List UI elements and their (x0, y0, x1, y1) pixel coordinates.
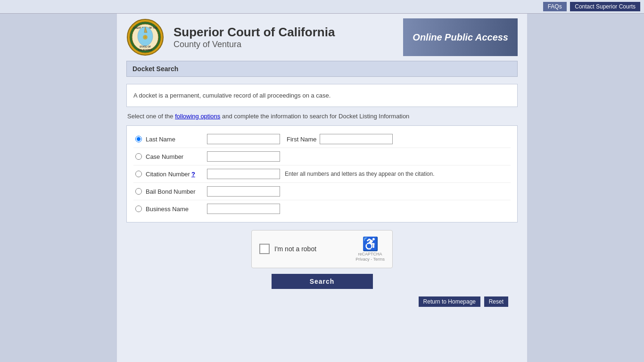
bail-bond-input[interactable] (207, 186, 280, 197)
search-form-box: Last Name First Name Case Number Citatio… (126, 125, 518, 222)
instructions-text: Select one of the following options and … (126, 113, 518, 120)
court-title-block: Superior Court of California County of V… (173, 25, 403, 49)
first-name-label: First Name (287, 136, 317, 143)
main-wrapper: GREAT SEAL OF THE STATE OF CALIFORNIA ★ … (117, 14, 527, 362)
case-number-row: Case Number (133, 148, 511, 165)
business-name-input[interactable] (207, 204, 280, 214)
case-number-label: Case Number (146, 153, 207, 160)
captcha-checkbox-area[interactable]: I'm not a robot (259, 244, 316, 254)
faqs-link[interactable]: FAQs (543, 2, 567, 11)
last-name-radio[interactable] (135, 136, 142, 142)
contact-link[interactable]: Contact Superior Courts (570, 2, 640, 11)
bail-bond-label: Bail Bond Number (146, 188, 207, 195)
citation-number-row: Citation Number? Enter all numbers and l… (133, 165, 511, 183)
case-number-input[interactable] (207, 151, 280, 162)
section-title: Docket Search (126, 61, 518, 77)
search-button[interactable]: Search (272, 274, 373, 289)
citation-help-link[interactable]: ? (191, 171, 195, 178)
court-county: County of Ventura (173, 40, 403, 49)
case-number-radio[interactable] (135, 153, 142, 160)
info-text: A docket is a permanent, cumulative reco… (133, 92, 330, 99)
captcha-label: I'm not a robot (274, 245, 316, 253)
access-banner: Online Public Access (403, 18, 518, 56)
first-name-input[interactable] (320, 134, 393, 144)
court-name: Superior Court of California (173, 25, 403, 40)
citation-number-input[interactable] (207, 169, 280, 179)
captcha-checkbox[interactable] (259, 244, 270, 254)
last-name-label: Last Name (146, 136, 207, 143)
captcha-box[interactable]: I'm not a robot ♿ reCAPTCHA Privacy - Te… (251, 230, 393, 268)
search-button-area: Search (126, 274, 518, 289)
instructions-static2: and complete the information to search f… (220, 113, 409, 120)
last-name-row: Last Name First Name (133, 131, 511, 148)
return-home-link[interactable]: Return to Homepage (419, 296, 480, 307)
instructions-static: Select one of the (127, 113, 175, 120)
captcha-brand: reCAPTCHA (358, 252, 382, 257)
citation-hint: Enter all numbers and letters as they ap… (285, 171, 435, 177)
top-navigation-bar: FAQs Contact Superior Courts (0, 0, 644, 14)
page-header: GREAT SEAL OF THE STATE OF CALIFORNIA ★ … (117, 14, 527, 61)
business-name-row: Business Name (133, 200, 511, 217)
recaptcha-icon: ♿ (362, 236, 379, 252)
captcha-logo: ♿ reCAPTCHA Privacy - Terms (355, 236, 385, 262)
content-area: Docket Search A docket is a permanent, c… (126, 61, 518, 307)
bail-bond-radio[interactable] (135, 188, 142, 195)
svg-text:★: ★ (143, 34, 148, 40)
info-box: A docket is a permanent, cumulative reco… (126, 84, 518, 107)
bottom-bar: Return to Homepage Reset (136, 296, 508, 307)
bail-bond-row: Bail Bond Number (133, 183, 511, 200)
svg-text:CALIFORNIA: CALIFORNIA (138, 49, 153, 51)
reset-link[interactable]: Reset (484, 296, 508, 307)
instructions-highlight: following options (175, 113, 220, 120)
citation-number-label: Citation Number? (146, 171, 207, 178)
business-name-radio[interactable] (135, 206, 142, 212)
court-seal: GREAT SEAL OF THE STATE OF CALIFORNIA ★ (126, 18, 164, 56)
last-name-input[interactable] (207, 134, 280, 144)
captcha-subtext: Privacy - Terms (355, 257, 385, 262)
business-name-label: Business Name (146, 206, 207, 213)
citation-number-radio[interactable] (135, 171, 142, 177)
captcha-area: I'm not a robot ♿ reCAPTCHA Privacy - Te… (126, 230, 518, 268)
